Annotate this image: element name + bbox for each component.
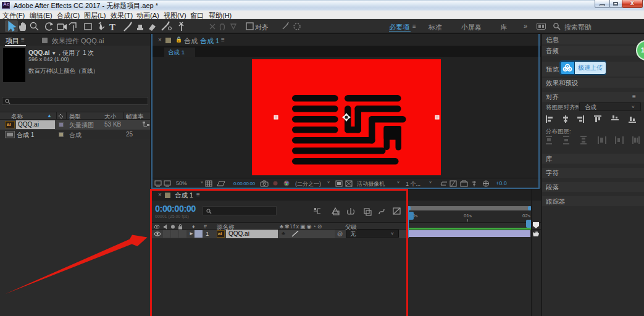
svg-text:T: T <box>109 22 115 32</box>
